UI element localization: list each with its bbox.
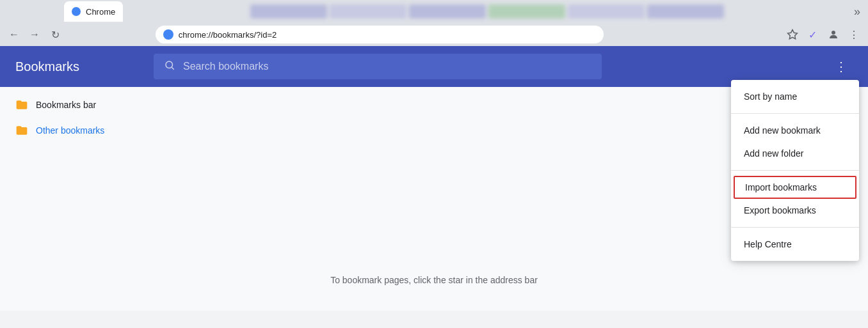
bookmark-label: Bookmarks bar — [36, 100, 96, 110]
chrome-menu-button[interactable]: ⋮ — [845, 26, 863, 43]
menu-divider-3 — [731, 227, 859, 228]
svg-point-3 — [166, 61, 173, 68]
other-tabs — [125, 4, 849, 19]
dropdown-menu: Sort by name Add new bookmark Add new fo… — [731, 80, 859, 261]
search-bar[interactable] — [154, 54, 602, 79]
menu-divider-2 — [731, 170, 859, 171]
folder-icon — [15, 124, 28, 137]
star-button[interactable] — [784, 26, 801, 43]
bookmark-label: Other bookmarks — [36, 125, 104, 136]
search-input[interactable] — [183, 61, 591, 72]
page-title: Bookmarks — [15, 59, 143, 74]
menu-item-import-bookmarks[interactable]: Import bookmarks — [734, 176, 856, 199]
blurred-tab-4 — [488, 4, 565, 19]
menu-item-add-new-bookmark[interactable]: Add new bookmark — [731, 119, 859, 142]
menu-item-export-bookmarks[interactable]: Export bookmarks — [731, 199, 859, 222]
blurred-tab-1 — [250, 4, 327, 19]
svg-marker-1 — [787, 30, 797, 39]
url-text: chrome://bookmarks/?id=2 — [179, 30, 277, 40]
blurred-tab-5 — [568, 4, 645, 19]
extension-checkmark-button[interactable]: ✓ — [804, 26, 822, 43]
forward-button[interactable]: → — [26, 26, 44, 43]
back-button[interactable]: ← — [5, 26, 23, 43]
svg-point-2 — [832, 31, 835, 35]
new-tab-button[interactable]: » — [851, 5, 863, 19]
profile-button[interactable] — [824, 26, 842, 43]
address-bar[interactable]: chrome://bookmarks/?id=2 — [156, 26, 604, 43]
empty-state-message: To bookmark pages, click the star in the… — [0, 275, 868, 285]
site-icon — [163, 29, 173, 40]
menu-item-help-centre[interactable]: Help Centre — [731, 233, 859, 256]
blurred-tab-6 — [647, 4, 724, 19]
menu-divider-1 — [731, 113, 859, 114]
menu-item-sort-by-name[interactable]: Sort by name — [731, 85, 859, 108]
tab-bar: Chrome » — [0, 0, 868, 23]
browser-chrome: ← → ↻ chrome://bookmarks/?id=2 ✓ ⋮ — [0, 23, 868, 46]
folder-icon — [15, 98, 28, 111]
svg-point-0 — [165, 31, 172, 38]
toolbar-right: ✓ ⋮ — [784, 26, 863, 43]
blurred-tab-2 — [330, 4, 406, 19]
menu-item-add-new-folder[interactable]: Add new folder — [731, 142, 859, 165]
reload-button[interactable]: ↻ — [46, 26, 64, 43]
tab-site-icon — [72, 7, 81, 16]
active-tab[interactable]: Chrome — [64, 1, 123, 22]
svg-line-4 — [172, 67, 173, 69]
tab-title: Chrome — [86, 7, 115, 17]
more-options-button[interactable]: ⋮ — [830, 56, 853, 77]
search-icon — [164, 59, 175, 74]
blurred-tab-3 — [409, 4, 486, 19]
